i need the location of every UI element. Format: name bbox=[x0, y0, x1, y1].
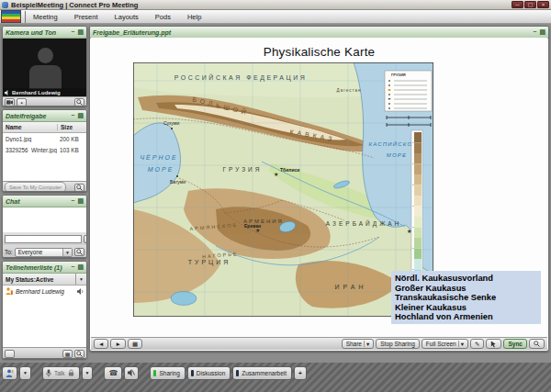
minimize-icon[interactable]: ─ bbox=[512, 1, 523, 8]
tab-sharing[interactable]: Sharing bbox=[150, 366, 185, 380]
attendees-pod-title: Teilnehmerliste (1) bbox=[6, 264, 62, 271]
chat-recipient-value: Everyone bbox=[18, 249, 43, 255]
pointer-button[interactable] bbox=[486, 339, 501, 349]
menu-layouts[interactable]: Layouts bbox=[113, 12, 141, 22]
chevron-down-icon[interactable]: ▼ bbox=[62, 249, 72, 256]
tab-label: Diskussion bbox=[197, 370, 225, 376]
prev-slide-button[interactable]: ◄ bbox=[94, 339, 108, 349]
save-to-computer-button[interactable]: Save To My Computer bbox=[5, 182, 66, 192]
attendees-pod: Teilnehmerliste (1) −▤ My Status:Active … bbox=[2, 261, 87, 359]
city-marker-tbilisi: ★ bbox=[274, 172, 278, 177]
pod-minimize-icon[interactable]: − bbox=[71, 111, 74, 120]
pod-menu-icon[interactable]: ▤ bbox=[77, 196, 84, 206]
chevron-down-icon[interactable]: ▼ bbox=[75, 274, 86, 285]
camera-pause-button[interactable]: ▪ bbox=[17, 98, 27, 106]
file-col-size[interactable]: Size bbox=[58, 124, 73, 130]
table-row[interactable]: Dyno1.jpg 200 KB bbox=[3, 133, 86, 144]
connect-pro-window: BeispielMeeting | Connect Pro Meeting ─ … bbox=[0, 0, 551, 392]
slide-thumbnails-button[interactable]: ▦ bbox=[128, 339, 142, 349]
chat-message-area[interactable] bbox=[3, 207, 86, 232]
pod-menu-icon[interactable]: ▤ bbox=[77, 28, 84, 37]
fileshare-pod-header[interactable]: Dateifreigabe −▤ bbox=[3, 110, 86, 122]
file-col-name[interactable]: Name bbox=[3, 124, 58, 130]
video-feed: Bernhard Ludewig bbox=[3, 39, 86, 96]
magnifier-icon bbox=[76, 351, 83, 357]
window-titlebar: BeispielMeeting | Connect Pro Meeting ─ … bbox=[0, 0, 551, 10]
fullscreen-button[interactable]: Full Screen ▾ bbox=[422, 339, 468, 349]
tab-label: Zusammenarbeit bbox=[242, 370, 287, 376]
pod-resize-button[interactable] bbox=[529, 339, 545, 349]
tab-zusammenarbeit[interactable]: Zusammenarbeit bbox=[232, 366, 292, 380]
phone-button[interactable]: ☎ bbox=[104, 366, 122, 380]
share-button[interactable]: Share ▾ bbox=[342, 339, 375, 349]
attendees-pod-header[interactable]: Teilnehmerliste (1) −▤ bbox=[3, 262, 86, 274]
fileshare-pod: Dateifreigabe −▤ Name Size Dyno1.jpg 200… bbox=[2, 109, 87, 192]
map-label-armenia: АРМЕНИЯ bbox=[243, 218, 284, 224]
window-title: BeispielMeeting | Connect Pro Meeting bbox=[11, 1, 138, 9]
pod-menu-icon[interactable]: ▤ bbox=[77, 263, 84, 272]
map-label-azerbaijan: АЗЕРБАЙДЖАН bbox=[326, 219, 401, 228]
chat-pod-header[interactable]: Chat −▤ bbox=[3, 196, 86, 207]
maximize-icon[interactable]: ▢ bbox=[524, 1, 536, 8]
presentation-slide: Physikalische Karte bbox=[91, 38, 547, 339]
city-label-tbilisi: Тбилиси bbox=[280, 167, 299, 173]
presentation-controls: ◄ ► ▦ Share ▾ Stop Sharing Full Screen ▾… bbox=[91, 337, 547, 350]
sync-button[interactable]: Sync bbox=[503, 339, 527, 349]
pod-minimize-icon[interactable]: − bbox=[71, 196, 74, 206]
camera-icon bbox=[6, 100, 13, 105]
menu-pods[interactable]: Pods bbox=[153, 12, 173, 22]
presenter-icon bbox=[6, 287, 13, 295]
status-options-button[interactable]: ▼ bbox=[19, 366, 31, 380]
city-label-batumi: Батуми bbox=[170, 179, 186, 185]
table-row[interactable]: 3329256_Winter.jpg 103 KB bbox=[3, 144, 86, 155]
camera-pod-header[interactable]: Kamera und Ton −▤ bbox=[3, 27, 86, 39]
speaker-mute-button[interactable] bbox=[124, 366, 139, 380]
chat-to-label: To: bbox=[5, 249, 13, 255]
pod-resize-button[interactable] bbox=[74, 350, 84, 358]
slide-callout: Nördl. Kaukasusvorland Großer Kaukasus T… bbox=[391, 271, 541, 324]
attendee-action-button[interactable] bbox=[5, 350, 15, 358]
list-item[interactable]: Bernhard Ludewig bbox=[3, 286, 86, 297]
file-size: 200 KB bbox=[57, 136, 79, 142]
callout-line: Kleiner Kaukasus bbox=[395, 303, 537, 313]
pod-grid-button[interactable]: ▦ bbox=[62, 350, 73, 358]
talk-options-button[interactable]: ▼ bbox=[82, 366, 94, 380]
pod-resize-button[interactable] bbox=[74, 248, 84, 256]
add-layout-button[interactable]: + bbox=[294, 366, 307, 380]
my-status-select[interactable]: My Status:Active ▼ bbox=[3, 274, 86, 286]
menu-help[interactable]: Help bbox=[186, 12, 203, 22]
callout-line: Nördl. Kaukasusvorland bbox=[395, 274, 537, 284]
pod-resize-button[interactable] bbox=[74, 184, 84, 192]
city-label-sukhumi: Сухуми bbox=[163, 120, 179, 126]
close-icon[interactable]: × bbox=[537, 1, 549, 8]
pod-minimize-icon[interactable]: − bbox=[71, 263, 74, 272]
status-person-icon bbox=[6, 369, 14, 377]
tab-diskussion[interactable]: Diskussion bbox=[187, 366, 231, 380]
attendee-name: Bernhard Ludewig bbox=[16, 288, 64, 295]
chat-recipient-select[interactable]: Everyone ▼ bbox=[15, 248, 73, 257]
next-slide-button[interactable]: ► bbox=[110, 339, 125, 349]
chat-send-button[interactable]: ↵ bbox=[84, 235, 87, 243]
cursor-icon bbox=[490, 341, 497, 348]
chevron-down-icon: ▾ bbox=[461, 341, 464, 348]
whiteboard-pen-button[interactable]: ✎ bbox=[470, 339, 484, 349]
map-label-dagestan: Дагестан bbox=[337, 88, 362, 93]
chat-input[interactable] bbox=[5, 235, 82, 243]
avatar bbox=[29, 65, 62, 89]
map-label-black-sea-1: ЧЁРНОЕ bbox=[140, 154, 177, 161]
magnifier-icon bbox=[76, 249, 83, 255]
pod-menu-icon[interactable]: ▤ bbox=[539, 28, 545, 37]
stop-sharing-button[interactable]: Stop Sharing bbox=[376, 339, 420, 349]
chevron-down-icon: ▼ bbox=[23, 370, 28, 375]
menu-meeting[interactable]: Meeting bbox=[31, 12, 60, 22]
pod-resize-button[interactable] bbox=[74, 98, 84, 106]
file-size: 103 KB bbox=[57, 147, 79, 153]
menu-present[interactable]: Present bbox=[73, 12, 100, 22]
pod-minimize-icon[interactable]: − bbox=[533, 28, 536, 37]
share-pod-title: Freigabe_Erläuterung.ppt bbox=[93, 29, 171, 36]
pod-minimize-icon[interactable]: − bbox=[71, 28, 74, 37]
pod-menu-icon[interactable]: ▤ bbox=[77, 111, 84, 120]
camera-start-button[interactable] bbox=[5, 98, 15, 106]
talk-button[interactable]: Talk bbox=[42, 366, 80, 380]
my-status-button[interactable] bbox=[2, 366, 17, 380]
